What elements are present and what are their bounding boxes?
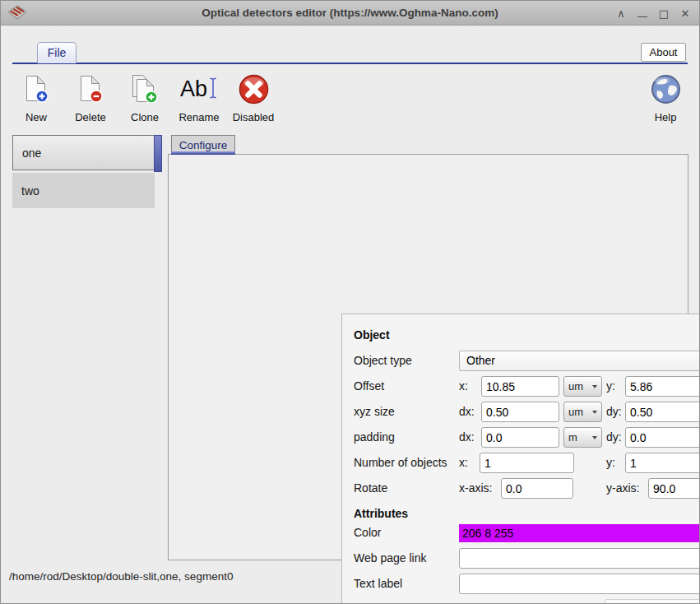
list-item-one[interactable]: one bbox=[12, 135, 155, 170]
sub-key-x: x: bbox=[459, 456, 468, 469]
section-header-object: Object bbox=[342, 326, 700, 347]
field-label: padding bbox=[354, 430, 395, 444]
form-row-text-label: Text label bbox=[342, 574, 700, 595]
tool-label: Help bbox=[655, 111, 677, 123]
toolbar: New Delete bbox=[14, 70, 276, 123]
tab-pane: Object Object type Other Offset x: um y:… bbox=[168, 154, 688, 560]
unit-label: m bbox=[568, 431, 577, 444]
list-scrollbar-thumb[interactable] bbox=[154, 135, 162, 172]
count-x-input[interactable] bbox=[480, 453, 574, 473]
offset-x-unit-select[interactable]: um bbox=[563, 376, 602, 397]
object-shape-field bbox=[605, 599, 700, 604]
form-row-offset: Offset x: um y: um z: bbox=[342, 376, 700, 397]
form-row-rotate: Rotate x-axis: y-axis: z-axis: bbox=[342, 478, 700, 499]
rename-icon-text: Ab bbox=[180, 77, 207, 101]
object-list: one two bbox=[12, 135, 164, 208]
section-title: Attributes bbox=[354, 507, 408, 520]
chevron-down-icon bbox=[592, 436, 597, 439]
web-page-link-input[interactable] bbox=[459, 548, 700, 569]
rename-button[interactable]: Ab Rename bbox=[177, 70, 221, 123]
offset-y-input[interactable] bbox=[625, 376, 700, 397]
field-label: Color bbox=[354, 526, 381, 539]
tool-label: Rename bbox=[178, 111, 219, 123]
unit-label: um bbox=[568, 380, 583, 393]
field-label: Number of objects bbox=[354, 456, 447, 469]
field-label: Web page link bbox=[354, 551, 426, 565]
form-row-xyz-size: xyz size dx: um dy: um dz: bbox=[342, 402, 700, 423]
titlebar: Optical detectors editor (https://www.Og… bbox=[1, 1, 699, 26]
sub-key-y: y: bbox=[606, 456, 615, 469]
padding-dx-unit-select[interactable]: m bbox=[563, 427, 602, 448]
maximize-button[interactable]: □ bbox=[658, 7, 670, 20]
form-row-color: Color 206 8 255 ... Alph bbox=[342, 523, 700, 544]
window-controls: ∧ — □ ✕ bbox=[615, 1, 691, 26]
form-row-number-of-objects: Number of objects x: y: z: bbox=[342, 453, 700, 474]
clone-documents-icon bbox=[131, 70, 159, 108]
field-label: Rotate bbox=[354, 481, 387, 495]
unit-label: um bbox=[568, 406, 583, 418]
sub-key-x-axis: x-axis: bbox=[459, 481, 492, 495]
disabled-cross-icon bbox=[237, 70, 271, 108]
form-row-web-page-link: Web page link bbox=[342, 548, 700, 569]
form-content: Object Object type Other Offset x: um y:… bbox=[342, 314, 700, 604]
sub-key-x: x: bbox=[459, 379, 468, 393]
tool-label: Delete bbox=[75, 111, 106, 123]
section-title: Object bbox=[354, 328, 390, 341]
field-label: Object type bbox=[354, 354, 412, 367]
help-button[interactable]: Help bbox=[643, 70, 688, 123]
close-button[interactable]: ✕ bbox=[679, 7, 691, 20]
padding-dy-input[interactable] bbox=[625, 427, 700, 448]
object-type-select[interactable]: Other bbox=[459, 351, 700, 371]
chevron-down-icon bbox=[592, 411, 597, 414]
chevron-down-icon bbox=[592, 385, 597, 388]
tool-label: Clone bbox=[131, 111, 159, 123]
help-globe-icon bbox=[650, 70, 682, 108]
count-y-input[interactable] bbox=[625, 453, 700, 473]
tab-file[interactable]: File bbox=[37, 42, 76, 63]
about-button[interactable]: About bbox=[641, 43, 686, 62]
window-title: Optical detectors editor (https://www.Og… bbox=[1, 1, 699, 26]
tab-configure-underline bbox=[171, 151, 235, 155]
offset-x-input[interactable] bbox=[481, 376, 559, 397]
minimize-button[interactable]: — bbox=[637, 10, 648, 22]
form-row-object-shape: Object shape Complex meshes disabled bbox=[342, 599, 700, 604]
tool-label: Disabled bbox=[233, 111, 275, 123]
rotate-y-input[interactable] bbox=[648, 478, 700, 499]
color-swatch[interactable]: 206 8 255 bbox=[459, 524, 700, 542]
rename-text-cursor-icon: Ab bbox=[178, 70, 220, 108]
sub-key-dy: dy: bbox=[606, 405, 622, 418]
sub-key-y: y: bbox=[606, 379, 615, 393]
form-viewport: Object Object type Other Offset x: um y:… bbox=[342, 314, 700, 604]
app-window: Optical detectors editor (https://www.Og… bbox=[0, 0, 700, 604]
size-dx-unit-select[interactable]: um bbox=[563, 402, 602, 422]
sub-key-y-axis: y-axis: bbox=[606, 481, 639, 495]
delete-document-icon bbox=[78, 70, 103, 108]
disabled-button[interactable]: Disabled bbox=[231, 70, 276, 123]
tool-label: New bbox=[25, 111, 47, 123]
status-bar: /home/rod/Desktop/double-slit,one, segme… bbox=[9, 570, 233, 583]
text-label-input[interactable] bbox=[459, 574, 700, 594]
new-document-icon bbox=[24, 70, 49, 108]
size-dy-input[interactable] bbox=[625, 402, 700, 422]
rotate-x-input[interactable] bbox=[501, 478, 573, 499]
delete-button[interactable]: Delete bbox=[68, 70, 113, 123]
field-label: Text label bbox=[354, 577, 402, 590]
shade-button[interactable]: ∧ bbox=[615, 7, 627, 20]
new-button[interactable]: New bbox=[14, 70, 58, 123]
size-dx-input[interactable] bbox=[481, 402, 559, 422]
clone-button[interactable]: Clone bbox=[123, 70, 167, 123]
sub-key-dx: dx: bbox=[459, 430, 475, 444]
form-row-object-type: Object type Other bbox=[342, 351, 700, 372]
padding-dx-input[interactable] bbox=[481, 427, 559, 448]
color-value-text: 206 8 255 bbox=[462, 527, 513, 540]
sub-key-dy: dy: bbox=[606, 430, 622, 444]
field-label: Offset bbox=[354, 379, 384, 393]
form-groupbox: Object Object type Other Offset x: um y:… bbox=[341, 314, 700, 604]
menu-underline bbox=[12, 63, 688, 64]
sub-key-dx: dx: bbox=[459, 405, 475, 418]
list-item-two[interactable]: two bbox=[12, 173, 155, 208]
field-label: xyz size bbox=[354, 405, 395, 418]
form-row-padding: padding dx: m dy: m dz: bbox=[342, 427, 700, 448]
